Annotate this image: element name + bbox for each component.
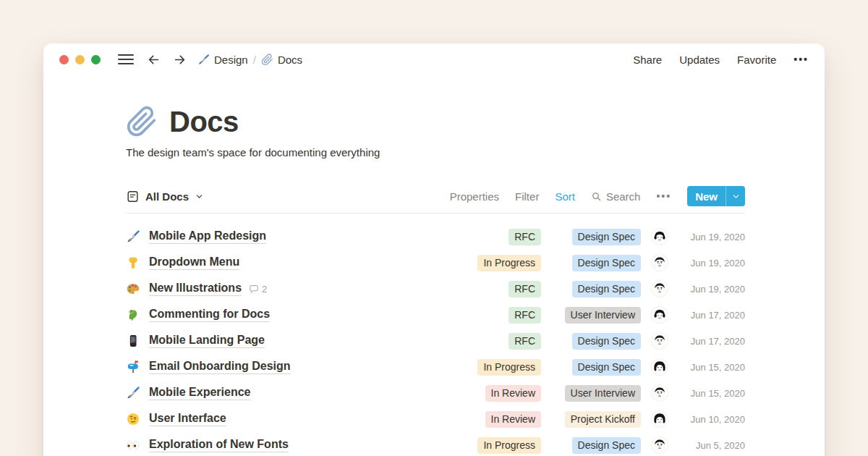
minimize-window-button[interactable]	[75, 55, 85, 64]
search-icon	[591, 191, 602, 202]
table-row[interactable]: New Illustrations 2 RFC Design Spec Jun …	[126, 276, 745, 302]
docs-table-body: Mobile App Redesign RFC Design Spec Jun …	[126, 224, 745, 456]
new-button-label: New	[687, 186, 726, 206]
status-tag[interactable]: In Review	[485, 411, 541, 428]
type-tag[interactable]: Design Spec	[572, 281, 641, 297]
traffic-lights	[59, 55, 101, 64]
window-topbar: Design / Docs Share Updates Favorite •••	[43, 43, 825, 75]
doc-title[interactable]: Email Onboarding Design	[149, 360, 291, 374]
breadcrumb-item-docs[interactable]: Docs	[261, 54, 302, 66]
properties-button[interactable]: Properties	[450, 190, 499, 203]
doc-title[interactable]: Dropdown Menu	[149, 256, 239, 270]
doc-icon	[126, 412, 142, 426]
doc-title[interactable]: Exploration of New Fonts	[149, 438, 289, 452]
page-title: Docs	[169, 104, 239, 139]
avatar	[652, 411, 668, 427]
app-window: Design / Docs Share Updates Favorite •••…	[43, 43, 825, 456]
status-tag[interactable]: RFC	[509, 307, 541, 324]
doc-icon	[126, 229, 142, 244]
status-tag[interactable]: RFC	[509, 229, 541, 245]
search-button[interactable]: Search	[591, 190, 641, 203]
chevron-down-icon	[732, 193, 740, 200]
doc-date: Jun 5, 2020	[678, 440, 745, 451]
type-tag[interactable]: Project Kickoff	[565, 411, 641, 428]
type-tag[interactable]: Design Spec	[572, 255, 641, 271]
breadcrumb-separator: /	[253, 54, 256, 66]
favorite-button[interactable]: Favorite	[737, 54, 776, 66]
doc-icon	[126, 360, 142, 374]
table-row[interactable]: Mobile Experience In Review User Intervi…	[126, 380, 745, 406]
doc-title[interactable]: New Illustrations	[149, 282, 242, 296]
avatar	[652, 255, 668, 271]
doc-title[interactable]: Commenting for Docs	[149, 308, 270, 322]
doc-title[interactable]: User Interface	[149, 412, 226, 426]
zoom-window-button[interactable]	[91, 55, 101, 64]
doc-date: Jun 19, 2020	[678, 258, 745, 269]
filter-button[interactable]: Filter	[515, 190, 539, 203]
breadcrumb: Design / Docs	[197, 54, 302, 66]
table-row[interactable]: Exploration of New Fonts In Progress Des…	[126, 432, 745, 456]
page-subtitle: The design team's space for documenting …	[126, 145, 745, 160]
type-tag[interactable]: Design Spec	[572, 437, 641, 454]
status-tag[interactable]: In Progress	[477, 255, 541, 271]
search-label: Search	[606, 190, 641, 203]
avatar	[652, 359, 668, 375]
sort-button[interactable]: Sort	[555, 190, 575, 203]
status-tag[interactable]: RFC	[509, 281, 541, 297]
doc-date: Jun 15, 2020	[678, 388, 745, 399]
type-tag[interactable]: Design Spec	[572, 333, 641, 350]
breadcrumb-item-design[interactable]: Design	[197, 54, 248, 66]
doc-date: Jun 19, 2020	[678, 284, 745, 295]
doc-date: Jun 17, 2020	[678, 310, 745, 321]
doc-icon	[126, 308, 142, 322]
doc-icon	[126, 282, 142, 296]
type-tag[interactable]: User Interview	[565, 307, 641, 324]
breadcrumb-label: Design	[214, 54, 248, 66]
toolbar-more-icon[interactable]: •••	[656, 190, 671, 202]
doc-date: Jun 15, 2020	[678, 362, 745, 373]
doc-icon	[126, 438, 142, 452]
forward-arrow-icon[interactable]	[171, 51, 187, 67]
avatar	[652, 333, 668, 349]
table-row[interactable]: Dropdown Menu In Progress Design Spec Ju…	[126, 250, 745, 276]
view-toolbar: All Docs Properties Filter Sort Search •…	[126, 186, 745, 214]
doc-icon	[126, 334, 142, 348]
share-button[interactable]: Share	[633, 54, 662, 66]
updates-button[interactable]: Updates	[679, 54, 720, 66]
doc-icon	[126, 256, 142, 270]
doc-date: Jun 17, 2020	[678, 336, 745, 347]
table-row[interactable]: Mobile App Redesign RFC Design Spec Jun …	[126, 224, 745, 250]
doc-icon	[126, 386, 142, 400]
close-window-button[interactable]	[59, 55, 69, 64]
table-row[interactable]: Mobile Landing Page RFC Design Spec Jun …	[126, 328, 745, 354]
view-switcher[interactable]: All Docs	[126, 190, 203, 203]
avatar	[652, 307, 668, 323]
table-row[interactable]: Email Onboarding Design In Progress Desi…	[126, 354, 745, 380]
table-row[interactable]: User Interface In Review Project Kickoff…	[126, 406, 745, 432]
type-tag[interactable]: Design Spec	[572, 229, 641, 245]
docs-list-icon	[126, 190, 140, 203]
view-switcher-label: All Docs	[145, 190, 189, 203]
doc-title[interactable]: Mobile Landing Page	[149, 334, 265, 348]
type-tag[interactable]: Design Spec	[572, 359, 641, 376]
comment-count: 2	[262, 284, 267, 295]
status-tag[interactable]: In Progress	[477, 359, 541, 376]
table-row[interactable]: Commenting for Docs RFC User Interview J…	[126, 302, 745, 328]
doc-title[interactable]: Mobile Experience	[149, 386, 251, 400]
more-options-icon[interactable]: •••	[793, 54, 809, 65]
comment-icon	[249, 284, 259, 294]
comment-badge[interactable]: 2	[249, 284, 267, 295]
back-arrow-icon[interactable]	[145, 51, 161, 67]
status-tag[interactable]: In Progress	[477, 437, 541, 454]
doc-title[interactable]: Mobile App Redesign	[149, 229, 266, 244]
type-tag[interactable]: User Interview	[565, 385, 641, 402]
doc-date: Jun 19, 2020	[678, 232, 745, 242]
status-tag[interactable]: In Review	[485, 385, 541, 402]
breadcrumb-label: Docs	[278, 54, 302, 66]
chevron-down-icon	[195, 193, 203, 200]
status-tag[interactable]: RFC	[509, 333, 541, 350]
sidebar-menu-icon[interactable]	[118, 51, 134, 67]
new-button[interactable]: New	[687, 186, 745, 206]
new-button-caret[interactable]	[726, 186, 745, 206]
page-paperclip-icon[interactable]	[126, 106, 158, 138]
